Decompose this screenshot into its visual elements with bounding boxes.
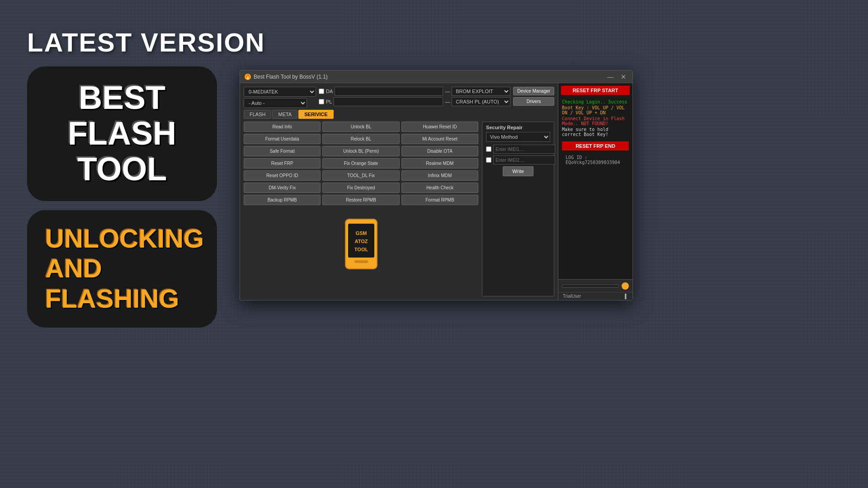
- window-title: Best Flash Tool by BossV (1.1): [254, 74, 605, 80]
- huawei-reset-id-button[interactable]: Huawei Reset ID: [401, 122, 478, 132]
- realme-mdm-button[interactable]: Realme MDM: [401, 158, 478, 169]
- tagline-text: UNLOCKING AND FLASHING: [45, 224, 199, 314]
- log-status-dot: [622, 282, 629, 290]
- app-icon: 🔥: [245, 74, 251, 80]
- health-check-button[interactable]: Health Check: [401, 183, 478, 193]
- window-controls: — ✕: [605, 73, 628, 80]
- platform-dropdown[interactable]: 0-MEDIATEK 1-QUALCOMM: [244, 87, 316, 97]
- svg-rect-2: [354, 260, 368, 263]
- tab-meta[interactable]: META: [272, 110, 297, 119]
- left-section: LATEST VERSION BEST FLASH TOOL UNLOCKING…: [27, 27, 265, 328]
- left-dropdowns: 0-MEDIATEK 1-QUALCOMM - Auto - Manual: [244, 87, 316, 108]
- side-buttons: Device Manager Drivers: [513, 87, 554, 106]
- security-label: Security Repair: [486, 125, 550, 130]
- app-window: 🔥 Best Flash Tool by BossV (1.1) — ✕ 0-M…: [240, 70, 633, 300]
- disable-ota-button[interactable]: Disable OTA: [401, 146, 478, 156]
- log-line-2: Boot Key : VOL UP / VOL DN / VOL UP + DN: [562, 105, 629, 115]
- log-id-label: LOG ID: [566, 155, 582, 160]
- imei2-row: [486, 155, 550, 164]
- logo-bubble: BEST FLASH TOOL: [27, 66, 217, 201]
- da-row: DA — BROM EXPLOIT BROM BYPASS: [319, 87, 510, 96]
- imei1-row: [486, 145, 550, 154]
- relock-bl-button[interactable]: Relock BL: [322, 134, 399, 144]
- pl-label: PL: [326, 99, 332, 104]
- reset-frp-end-button[interactable]: RESET FRP END: [562, 141, 629, 150]
- pl-row: PL — CRASH PL (AUTO) CRASH PL (MANUAL): [319, 97, 510, 106]
- fix-orange-state-button[interactable]: Fix Orange State: [322, 158, 399, 169]
- format-rpmb-button[interactable]: Format RPMB: [401, 195, 478, 205]
- latest-version-label: LATEST VERSION: [27, 27, 265, 57]
- brom-dropdown[interactable]: BROM EXPLOIT BROM BYPASS: [452, 87, 510, 96]
- unlock-bl-button[interactable]: Unlock BL: [322, 122, 399, 132]
- tool-dl-fix-button[interactable]: TOOL_DL Fix: [322, 170, 399, 181]
- read-info-button[interactable]: Read Info: [244, 122, 321, 132]
- status-bar: TrialUser ▌: [558, 292, 632, 300]
- imei2-input[interactable]: [493, 155, 555, 164]
- log-id-line: LOG ID : EQoVckg7250309033904: [562, 154, 629, 166]
- log-header: RESET FRP START: [558, 83, 632, 98]
- gsm-logo-container: GSM ATOZ TOOL: [244, 208, 478, 280]
- reset-frp-start-button[interactable]: RESET FRP START: [561, 86, 630, 95]
- svg-text:TOOL: TOOL: [354, 247, 368, 252]
- da-pl-fields: DA — BROM EXPLOIT BROM BYPASS PL —: [319, 87, 510, 106]
- safe-format-button[interactable]: Safe Format: [244, 146, 321, 156]
- tabs-row: FLASH META SERIVICE: [244, 110, 554, 119]
- tagline-bubble: UNLOCKING AND FLASHING: [27, 210, 217, 328]
- log-line-4: Make sure to hold correct Boot Key!: [562, 127, 629, 137]
- status-user: TrialUser: [563, 294, 581, 299]
- crash-dropdown[interactable]: CRASH PL (AUTO) CRASH PL (MANUAL): [452, 97, 510, 106]
- imei1-input[interactable]: [493, 145, 555, 154]
- log-bottom-bar: [558, 279, 632, 292]
- imei1-checkbox[interactable]: [486, 146, 491, 152]
- top-controls-row: 0-MEDIATEK 1-QUALCOMM - Auto - Manual DA…: [244, 87, 554, 108]
- reset-frp-button[interactable]: Reset FRP: [244, 158, 321, 169]
- status-indicator: ▌: [625, 294, 628, 299]
- svg-text:GSM: GSM: [355, 230, 367, 236]
- window-body: 0-MEDIATEK 1-QUALCOMM - Auto - Manual DA…: [240, 83, 632, 300]
- log-panel: RESET FRP START Checking Login.. Success…: [558, 83, 632, 300]
- svg-text:ATOZ: ATOZ: [354, 239, 368, 244]
- pl-input[interactable]: [334, 97, 443, 106]
- backup-rpmb-button[interactable]: Backup RPMB: [244, 195, 321, 205]
- button-grid-container: Read Info Unlock BL Huawei Reset ID Form…: [244, 122, 478, 296]
- log-output: Checking Login.. Success Boot Key : VOL …: [558, 98, 632, 279]
- unlock-bl-perm-button[interactable]: Unlock BL (Perm): [322, 146, 399, 156]
- gsm-logo: GSM ATOZ TOOL: [341, 217, 382, 271]
- log-line-3: Connect Device in Flash Mode.. NOT FOUND…: [562, 116, 629, 126]
- mi-account-reset-button[interactable]: Mi Account Reset: [401, 134, 478, 144]
- main-pane: 0-MEDIATEK 1-QUALCOMM - Auto - Manual DA…: [240, 83, 558, 300]
- title-bar: 🔥 Best Flash Tool by BossV (1.1) — ✕: [240, 70, 632, 83]
- device-manager-button[interactable]: Device Manager: [513, 87, 554, 95]
- reset-frp-end-container: RESET FRP END: [562, 138, 629, 154]
- log-line-1: Checking Login.. Success: [562, 99, 629, 104]
- infinix-mdm-button[interactable]: Infinix MDM: [401, 170, 478, 181]
- dm-verity-fix-button[interactable]: DM-Verity Fix: [244, 183, 321, 193]
- logo-text: BEST FLASH TOOL: [45, 80, 199, 188]
- da-label: DA: [326, 89, 333, 94]
- da-input[interactable]: [335, 87, 443, 96]
- security-section: Security Repair Vivo Method Samsung Meth…: [482, 122, 554, 296]
- da-checkbox[interactable]: [319, 89, 324, 94]
- imei2-checkbox[interactable]: [486, 157, 491, 163]
- pl-checkbox[interactable]: [319, 99, 324, 104]
- log-progress-bar: [562, 285, 619, 287]
- method-dropdown[interactable]: Vivo Method Samsung Method: [486, 132, 550, 142]
- bottom-area: Read Info Unlock BL Huawei Reset ID Form…: [244, 122, 554, 296]
- reset-oppo-id-button[interactable]: Reset OPPO ID: [244, 170, 321, 181]
- drivers-button[interactable]: Drivers: [513, 97, 554, 106]
- write-button[interactable]: Write: [503, 166, 533, 176]
- button-grid: Read Info Unlock BL Huawei Reset ID Form…: [244, 122, 478, 205]
- fix-destroyed-button[interactable]: Fix Destroyed: [322, 183, 399, 193]
- format-userdata-button[interactable]: Format Userdata: [244, 134, 321, 144]
- restore-rpmb-button[interactable]: Restore RPMB: [322, 195, 399, 205]
- mode-dropdown[interactable]: - Auto - Manual: [244, 98, 307, 108]
- minimize-button[interactable]: —: [605, 73, 615, 80]
- close-button[interactable]: ✕: [619, 73, 628, 80]
- tab-flash[interactable]: FLASH: [244, 110, 271, 119]
- tab-service[interactable]: SERIVICE: [298, 110, 333, 119]
